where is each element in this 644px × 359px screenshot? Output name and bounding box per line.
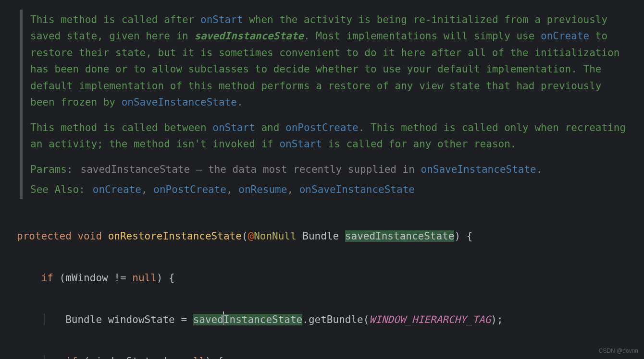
param-highlight: savedInstanceState [345, 230, 455, 242]
javadoc-paragraph: This method is called between onStart an… [30, 120, 631, 153]
annotation: NonNull [254, 230, 297, 242]
sep: , [141, 184, 153, 195]
javadoc-params-row: Params: savedInstanceState – the data mo… [30, 161, 631, 178]
watermark: CSDN @devnn [599, 347, 638, 354]
link-onCreate[interactable]: onCreate [93, 184, 141, 195]
link-onPostCreate[interactable]: onPostCreate [285, 122, 359, 133]
link-onStart[interactable]: onStart [212, 122, 255, 133]
param-ref: savedInstanceState [194, 30, 304, 42]
keyword: void [77, 230, 102, 242]
javadoc-paragraph: This method is called after onStart when… [30, 12, 631, 111]
keyword: if [41, 272, 53, 284]
highlight: saved [193, 314, 223, 325]
javadoc-popup: This method is called after onStart when… [30, 12, 631, 202]
text: and [255, 122, 285, 133]
text: This method is called after [30, 14, 200, 25]
link-onStart[interactable]: onStart [279, 138, 322, 150]
text: Bundle windowState = [65, 314, 193, 325]
text: to restore their state, but it is someti… [30, 30, 619, 108]
doc-border [20, 10, 23, 199]
see-also-links: onCreate, onPostCreate, onResume, onSave… [93, 181, 415, 198]
code-editor[interactable]: protected void onRestoreInstanceState(@N… [17, 205, 644, 359]
text: . [536, 164, 543, 175]
see-also-label: See Also: [30, 181, 85, 198]
indent-guide: │ [41, 314, 48, 325]
code-line[interactable]: if (mWindow != null) { [17, 268, 644, 289]
separator: – [190, 164, 208, 175]
link-onResume[interactable]: onResume [238, 184, 287, 195]
method-name: onRestoreInstanceState [108, 230, 242, 242]
param-desc: the data most recently supplied in [208, 164, 421, 175]
text: is called for any other reason. [322, 138, 517, 150]
params-label: Params: [30, 161, 73, 178]
text: .getBundle( [302, 314, 369, 325]
code-line[interactable]: │ if (windowState != null) { [17, 351, 644, 359]
sep: , [226, 184, 238, 195]
editor-gutter [1, 0, 12, 359]
indent-guide: │ [41, 356, 48, 359]
keyword: if [65, 356, 77, 359]
text: This method is called between [30, 122, 212, 133]
link-onSaveInstanceState[interactable]: onSaveInstanceState [421, 164, 536, 175]
constant: WINDOW_HIERARCHY_TAG [369, 314, 491, 325]
text: ) { [157, 272, 175, 284]
keyword: null [181, 356, 205, 359]
link-onSaveInstanceState[interactable]: onSaveInstanceState [122, 96, 237, 108]
javadoc-see-also-row: See Also: onCreate, onPostCreate, onResu… [30, 181, 631, 198]
text: (windowState != [77, 356, 181, 359]
text: ) { [205, 356, 223, 359]
param-name: savedInstanceState [81, 164, 190, 175]
text: . Most implementations will simply use [304, 30, 541, 42]
text: . [237, 96, 243, 108]
keyword: null [132, 272, 157, 284]
link-onPostCreate[interactable]: onPostCreate [153, 184, 226, 195]
annotation-at: @ [248, 230, 254, 242]
link-onCreate[interactable]: onCreate [541, 30, 589, 42]
type: Bundle [302, 230, 345, 242]
link-onStart[interactable]: onStart [200, 14, 243, 25]
code-line[interactable]: protected void onRestoreInstanceState(@N… [17, 226, 644, 247]
code-line-current[interactable]: │ Bundle windowState = savedInstanceStat… [17, 310, 644, 331]
text: ); [491, 314, 503, 325]
link-onSaveInstanceState[interactable]: onSaveInstanceState [299, 184, 415, 195]
params-value: savedInstanceState – the data most recen… [81, 161, 543, 178]
text: (mWindow != [53, 272, 132, 284]
text: ) { [454, 230, 472, 242]
keyword: protected [17, 230, 72, 242]
sep: , [287, 184, 299, 195]
highlight: InstanceState [223, 314, 302, 325]
